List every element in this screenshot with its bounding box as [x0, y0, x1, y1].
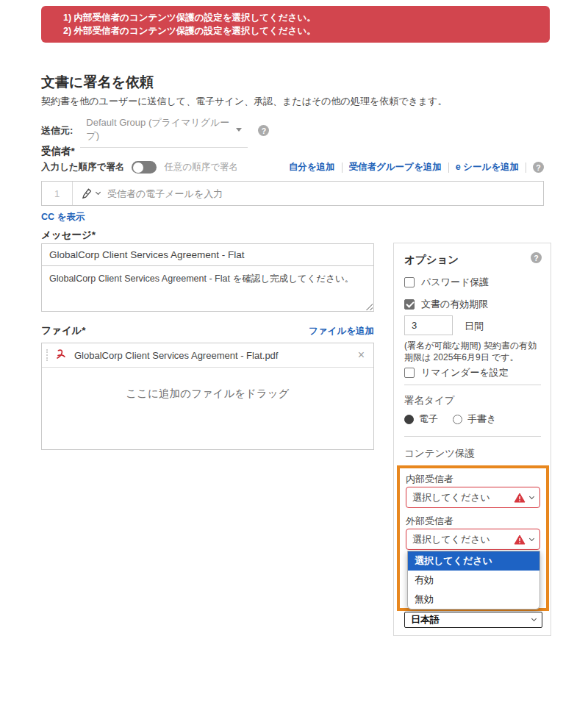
chevron-down-icon — [529, 535, 534, 540]
error-banner: 1) 内部受信者のコンテンツ保護の設定を選択してください。 2) 外部受信者のコ… — [41, 6, 550, 43]
language-value: 日本語 — [411, 613, 440, 626]
pdf-file-icon — [54, 349, 68, 362]
protection-dropdown-list: 選択してください 有効 無効 — [407, 551, 540, 610]
page-subtitle: 契約書を他のユーザーに送信して、電子サイン、承認、またはその他の処理を依頼できま… — [41, 95, 447, 108]
files-header-row: ファイル* ファイルを追加 — [41, 324, 374, 337]
add-eseal-link[interactable]: e シールを追加 — [456, 161, 519, 174]
options-panel: オプション ? パスワード保護 文書の有効期限 日間 (署名が可能な期間) 契約… — [393, 243, 551, 636]
radio-unselected-icon — [453, 415, 462, 424]
days-unit-label: 日間 — [465, 320, 484, 333]
electronic-label: 電子 — [419, 412, 438, 426]
subject-input[interactable] — [41, 243, 374, 266]
external-select-value: 選択してください — [412, 533, 509, 546]
reminder-label: リマインダーを設定 — [421, 366, 509, 379]
divider — [404, 385, 541, 385]
separator — [526, 162, 526, 173]
sender-label: 送信元: — [41, 124, 73, 137]
recipients-section-label: 受信者* — [41, 145, 75, 158]
external-protection-select[interactable]: 選択してください — [406, 529, 540, 550]
internal-protection-select[interactable]: 選択してください — [406, 487, 540, 508]
written-label: 手書き — [467, 412, 496, 426]
radio-selected-icon — [404, 415, 414, 424]
file-name: GlobalCorp Client Services Agreement - F… — [74, 350, 351, 361]
chevron-down-icon — [96, 190, 101, 195]
show-cc-link[interactable]: CC を表示 — [41, 211, 85, 224]
reminder-checkbox[interactable] — [404, 368, 415, 378]
password-label: パスワード保護 — [421, 276, 489, 289]
radio-written[interactable]: 手書き — [453, 412, 496, 426]
file-row: GlobalCorp Client Services Agreement - F… — [42, 343, 373, 368]
page-title: 文書に署名を依頼 — [41, 73, 154, 92]
signing-order-controls: 入力した順序で署名 任意の順序で署名 — [41, 161, 238, 174]
message-section-label: メッセージ* — [41, 229, 96, 242]
recipient-email-input[interactable] — [107, 182, 543, 205]
chevron-down-icon — [529, 493, 534, 498]
password-checkbox[interactable] — [404, 277, 415, 287]
drag-handle-icon[interactable] — [46, 349, 48, 361]
warning-icon — [514, 535, 526, 545]
error-line-1: 1) 内部受信者のコンテンツ保護の設定を選択してください。 — [63, 12, 538, 25]
chevron-down-icon — [531, 616, 537, 621]
recipient-row: 1 — [41, 181, 544, 206]
dropdown-option-placeholder[interactable]: 選択してください — [408, 551, 539, 571]
sender-row: 送信元: Default Group (プライマリグループ) ? — [41, 113, 269, 148]
order-any-label: 任意の順序で署名 — [164, 161, 238, 174]
options-help-icon[interactable]: ? — [531, 252, 542, 263]
recipients-help-icon[interactable]: ? — [533, 162, 544, 173]
pen-icon — [80, 187, 93, 200]
separator — [448, 162, 449, 173]
recipient-links: 自分を追加 受信者グループを追加 e シールを追加 ? — [289, 161, 544, 174]
password-protect-row: パスワード保護 — [404, 276, 489, 289]
sender-help-icon[interactable]: ? — [258, 125, 269, 136]
add-recipient-group-link[interactable]: 受信者グループを追加 — [349, 161, 442, 174]
expiration-row: 文書の有効期限 — [404, 298, 488, 311]
add-files-link[interactable]: ファイルを追加 — [309, 325, 374, 337]
internal-recipients-label: 内部受信者 — [406, 473, 453, 486]
dropdown-option-enabled[interactable]: 有効 — [408, 571, 539, 590]
radio-electronic[interactable]: 電子 — [404, 412, 438, 426]
highlight-annotation-box: 内部受信者 選択してください 外部受信者 選択してください — [397, 465, 549, 611]
file-dropzone[interactable]: GlobalCorp Client Services Agreement - F… — [41, 343, 374, 450]
request-signature-page: 1) 内部受信者のコンテンツ保護の設定を選択してください。 2) 外部受信者のコ… — [0, 0, 588, 722]
options-title: オプション — [404, 253, 459, 267]
expiration-days-input[interactable] — [404, 315, 453, 335]
expiration-label: 文書の有効期限 — [421, 298, 488, 311]
error-line-2: 2) 外部受信者のコンテンツ保護の設定を選択してください。 — [63, 25, 538, 38]
order-entered-label: 入力した順序で署名 — [41, 161, 124, 174]
recipient-index: 1 — [42, 182, 73, 205]
external-recipients-label: 外部受信者 — [406, 515, 453, 528]
internal-select-value: 選択してください — [412, 491, 509, 504]
signature-type-title: 署名タイプ — [404, 394, 454, 407]
signing-order-row: 入力した順序で署名 任意の順序で署名 自分を追加 受信者グループを追加 e シー… — [41, 161, 544, 174]
expiration-note: (署名が可能な期間) 契約書の有効期限は 2025年6月9日 です。 — [404, 340, 542, 363]
separator — [342, 162, 343, 173]
add-self-link[interactable]: 自分を追加 — [289, 161, 335, 174]
language-select[interactable]: 日本語 — [404, 612, 542, 628]
toggle-knob — [133, 162, 143, 173]
signing-order-toggle[interactable] — [132, 161, 157, 174]
signature-type-radios: 電子 手書き — [404, 412, 496, 426]
sender-group-select[interactable]: Default Group (プライマリグループ) — [80, 113, 248, 148]
warning-icon — [514, 493, 526, 503]
remove-file-button[interactable]: × — [358, 349, 365, 361]
sender-group-value: Default Group (プライマリグループ) — [86, 116, 236, 143]
dropdown-option-disabled[interactable]: 無効 — [408, 590, 539, 609]
recipient-role-button[interactable] — [73, 182, 107, 205]
content-protection-title: コンテンツ保護 — [404, 447, 475, 460]
files-section-label: ファイル* — [41, 324, 86, 337]
divider — [404, 436, 541, 437]
expiration-checkbox[interactable] — [404, 299, 415, 310]
reminder-row: リマインダーを設定 — [404, 366, 509, 379]
caret-down-icon — [236, 128, 242, 132]
dropzone-hint: ここに追加のファイルをドラッグ — [42, 387, 373, 401]
message-body-textarea[interactable]: GlobalCorp Client Services Agreement - F… — [41, 265, 374, 312]
